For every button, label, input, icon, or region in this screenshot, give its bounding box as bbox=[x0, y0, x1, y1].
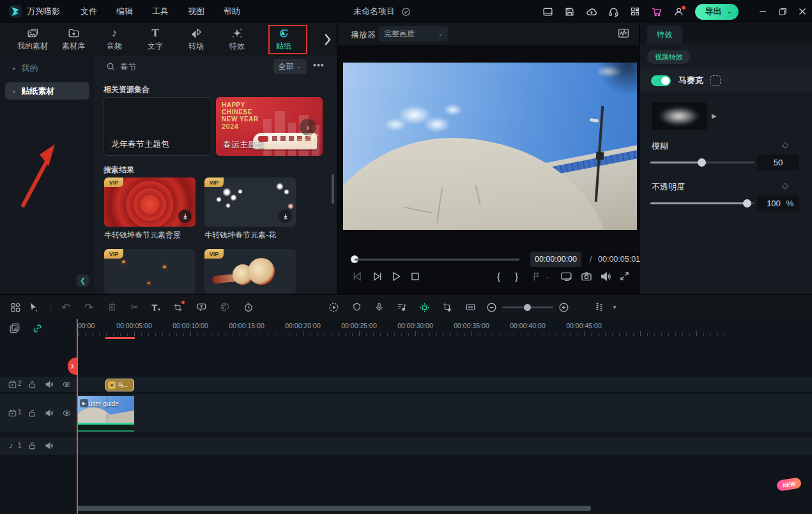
add-media-icon[interactable] bbox=[9, 322, 20, 334]
sticker-result-cloud[interactable]: VIP bbox=[204, 249, 296, 294]
stop-button[interactable] bbox=[410, 271, 421, 282]
tabstrip-expand-icon[interactable] bbox=[323, 33, 332, 47]
keyframe-highlight-icon[interactable] bbox=[417, 299, 432, 315]
card-dragon-newyear-pack[interactable]: 龙年春节主题包 bbox=[103, 97, 212, 156]
zoom-slider-handle[interactable] bbox=[524, 304, 531, 311]
account-icon[interactable] bbox=[673, 6, 684, 17]
mark-out-button[interactable]: } bbox=[515, 271, 518, 282]
mute-icon[interactable] bbox=[45, 409, 54, 418]
undo-icon[interactable]: ↶ bbox=[58, 299, 73, 315]
tab-effects-properties[interactable]: 特效 bbox=[647, 26, 682, 43]
next-frame-button[interactable] bbox=[371, 271, 383, 282]
split-scissors-icon[interactable]: ✂ bbox=[127, 299, 142, 315]
voiceover-mic-icon[interactable] bbox=[371, 299, 387, 315]
snapshot-camera-button[interactable] bbox=[581, 271, 592, 282]
timeline-ruler[interactable]: 00:0000:00:05:0000:00:10:0000:00:15:0000… bbox=[77, 319, 812, 340]
mosaic-effect-clip[interactable]: ✦ 马... bbox=[105, 379, 134, 391]
effect-toggle[interactable] bbox=[651, 75, 671, 86]
panel-layout-icon[interactable] bbox=[542, 6, 553, 17]
export-button[interactable]: 导出 ⌄ bbox=[695, 4, 739, 20]
marker-flag-button[interactable] bbox=[531, 271, 542, 282]
text-tool-icon[interactable]: T▾ bbox=[148, 299, 164, 315]
menu-file[interactable]: 文件 bbox=[80, 6, 97, 17]
support-headset-icon[interactable] bbox=[608, 6, 619, 17]
download-icon[interactable] bbox=[178, 209, 192, 223]
track-row-audio1[interactable] bbox=[0, 437, 812, 455]
filter-dropdown[interactable]: 全部 ⌄ bbox=[273, 59, 307, 74]
tab-audio[interactable]: ♪ 音频 bbox=[94, 23, 135, 56]
previous-frame-button[interactable] bbox=[352, 271, 364, 282]
tab-my-media[interactable]: 我的素材 bbox=[12, 23, 53, 56]
timeline-horizontal-scrollbar[interactable] bbox=[77, 506, 591, 511]
mirror-display-button[interactable] bbox=[560, 271, 572, 282]
blur-slider[interactable] bbox=[650, 162, 755, 163]
menu-tools[interactable]: 工具 bbox=[152, 6, 169, 17]
opacity-value-box[interactable]: 100 % bbox=[757, 195, 799, 211]
tab-text[interactable]: T 文字 bbox=[135, 23, 176, 56]
select-tool-icon[interactable] bbox=[26, 299, 41, 315]
render-preview-icon[interactable] bbox=[326, 299, 341, 315]
lock-icon[interactable] bbox=[28, 380, 36, 389]
opacity-slider-handle[interactable] bbox=[743, 199, 751, 208]
zoom-out-icon[interactable] bbox=[484, 299, 499, 315]
sticker-result-flowers[interactable]: VIP bbox=[204, 178, 296, 227]
blur-slider-handle[interactable] bbox=[698, 158, 706, 167]
media-layout-icon[interactable] bbox=[8, 299, 23, 315]
shield-icon[interactable] bbox=[349, 299, 364, 315]
play-button[interactable] bbox=[390, 271, 402, 282]
sticker-result-particles[interactable]: VIP bbox=[104, 249, 195, 294]
marquee-region-icon[interactable] bbox=[710, 75, 721, 86]
fullscreen-button[interactable] bbox=[619, 271, 630, 282]
more-options-button[interactable]: ••• bbox=[313, 60, 325, 70]
mute-icon[interactable] bbox=[45, 380, 54, 389]
video-clip-audio-strip[interactable] bbox=[77, 423, 134, 432]
hide-track-icon[interactable] bbox=[62, 409, 72, 418]
tab-effects[interactable]: 特效 bbox=[217, 23, 257, 56]
cloud-upload-icon[interactable] bbox=[586, 6, 597, 17]
card-chunyun-pack[interactable]: HAPPY CHINESE NEW YEAR 2024 › 除夕 回家过年 春运… bbox=[216, 97, 323, 156]
redo-icon[interactable]: ↷ bbox=[81, 299, 96, 315]
tab-transition[interactable]: 转场 bbox=[176, 23, 217, 56]
menu-view[interactable]: 视图 bbox=[188, 6, 204, 17]
maximize-button[interactable] bbox=[778, 7, 787, 16]
export-chevron-icon[interactable]: ⌄ bbox=[727, 8, 732, 15]
track-manager-chevron-icon[interactable]: ▾ bbox=[607, 299, 622, 315]
sticker-result-background[interactable]: VIP bbox=[104, 178, 195, 227]
minimize-button[interactable] bbox=[758, 7, 767, 16]
apps-grid-icon[interactable] bbox=[630, 6, 640, 17]
color-palette-icon[interactable] bbox=[217, 299, 233, 315]
text-to-speech-icon[interactable] bbox=[194, 299, 209, 315]
opacity-keyframe-icon[interactable]: ◇ bbox=[782, 181, 788, 190]
crop-tool-icon[interactable] bbox=[170, 299, 185, 315]
quality-dropdown[interactable]: 完整画质 ⌄ bbox=[379, 26, 448, 42]
auto-ripple-link-icon[interactable] bbox=[32, 323, 43, 334]
speed-timer-icon[interactable] bbox=[241, 299, 256, 315]
volume-button[interactable] bbox=[600, 271, 611, 282]
lock-icon[interactable] bbox=[28, 409, 36, 418]
blur-keyframe-icon[interactable]: ◇ bbox=[782, 140, 788, 149]
seek-bar[interactable] bbox=[355, 259, 519, 261]
zoom-in-icon[interactable] bbox=[556, 299, 571, 315]
download-icon[interactable] bbox=[279, 209, 292, 223]
scopes-icon[interactable] bbox=[617, 27, 630, 39]
video-effects-chip[interactable]: 视频特效 bbox=[647, 50, 691, 64]
track-manager-icon[interactable] bbox=[592, 299, 607, 315]
close-button[interactable] bbox=[798, 7, 807, 16]
opacity-slider[interactable] bbox=[650, 202, 755, 204]
timeline-zoom-slider[interactable] bbox=[502, 306, 553, 308]
search-bar[interactable]: 春节 全部 ⌄ ••• bbox=[95, 56, 337, 78]
playhead-scissors-badge[interactable]: ✂ bbox=[68, 358, 77, 375]
sidebar-item-my[interactable]: ▸ 我的 bbox=[5, 59, 89, 77]
expand-presets-icon[interactable]: ▶ bbox=[712, 112, 717, 119]
collapse-sidebar-button[interactable]: ❮ bbox=[77, 275, 89, 287]
fit-timeline-icon[interactable] bbox=[463, 299, 478, 315]
cart-icon[interactable] bbox=[651, 6, 663, 17]
mark-in-button[interactable]: { bbox=[497, 271, 500, 282]
blur-value-box[interactable]: 50 bbox=[757, 155, 799, 170]
preview-crop-icon[interactable] bbox=[440, 299, 455, 315]
video-clip[interactable]: ▶ user guide bbox=[77, 396, 134, 423]
menu-edit[interactable]: 编辑 bbox=[116, 6, 133, 17]
delete-icon[interactable] bbox=[104, 299, 119, 315]
search-input[interactable]: 春节 bbox=[120, 61, 137, 73]
beat-detect-icon[interactable] bbox=[394, 299, 410, 315]
